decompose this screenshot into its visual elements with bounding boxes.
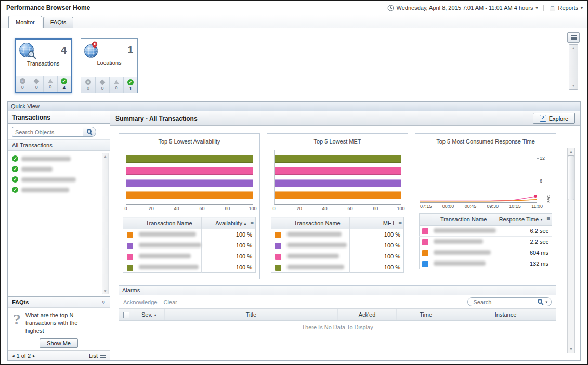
transaction-list-item[interactable]: ✓ xyxy=(11,164,100,174)
status-fatal[interactable]: × 0 xyxy=(16,76,30,92)
sort-desc-icon[interactable]: ▼ xyxy=(540,218,543,221)
bar[interactable] xyxy=(275,191,401,199)
column-transaction-name[interactable]: Transaction Name xyxy=(137,217,202,229)
explore-button[interactable]: ↗ Explore xyxy=(533,113,575,124)
column-title[interactable]: Title xyxy=(165,309,338,321)
tab-monitor[interactable]: Monitor xyxy=(8,16,42,28)
transaction-list-item[interactable]: ✓ xyxy=(11,185,100,195)
bar[interactable] xyxy=(275,155,401,163)
search-icon[interactable] xyxy=(538,299,543,305)
metric-value: 100 % xyxy=(236,264,252,270)
critical-status-icon xyxy=(34,78,40,84)
column-instance[interactable]: Instance xyxy=(455,309,556,321)
metric-value: 100 % xyxy=(384,231,400,238)
column-menu-icon[interactable]: ≡ xyxy=(547,215,550,221)
select-all-checkbox[interactable] xyxy=(123,312,129,318)
summary-scrollbar[interactable]: ▲ ▼ xyxy=(567,148,575,353)
redacted-transaction-name xyxy=(434,228,496,233)
column-severity[interactable]: Sev.▲ xyxy=(134,309,165,321)
reports-button[interactable]: Reports ▾ xyxy=(550,5,583,11)
status-critical[interactable]: 0 xyxy=(95,77,109,93)
redacted-transaction-name xyxy=(434,261,486,266)
status-warning[interactable]: 0 xyxy=(109,77,123,93)
column-time[interactable]: Time xyxy=(397,309,455,321)
column-menu-icon[interactable]: ≡ xyxy=(251,219,254,225)
column-met[interactable]: MET ≡ xyxy=(350,217,404,229)
bar[interactable] xyxy=(126,179,253,187)
table-row[interactable]: 100 % xyxy=(123,240,256,251)
redacted-transaction-name xyxy=(287,265,344,269)
column-acked[interactable]: Ack'ed xyxy=(338,309,397,321)
search-button[interactable] xyxy=(83,127,96,137)
tile-list-view-button[interactable] xyxy=(567,32,580,43)
table-row[interactable]: 100 % xyxy=(271,229,404,240)
alarms-search-input[interactable] xyxy=(472,298,535,306)
bar[interactable] xyxy=(126,155,253,163)
reports-caret-icon[interactable]: ▾ xyxy=(581,6,583,10)
bar[interactable] xyxy=(126,191,253,199)
status-critical[interactable]: 0 xyxy=(30,76,44,92)
scroll-down-button[interactable]: ▼ xyxy=(569,347,573,351)
table-row[interactable]: 132 ms xyxy=(420,258,552,269)
y-axis: 12 6 xyxy=(537,150,546,203)
table-row[interactable]: 100 % xyxy=(271,240,404,251)
status-normal[interactable]: ✓ 4 xyxy=(57,76,71,92)
table-row[interactable]: 2.2 sec xyxy=(420,237,552,247)
search-input[interactable] xyxy=(12,127,83,137)
acknowledge-button[interactable]: Acknowledge xyxy=(123,299,157,305)
normal-count: 4 xyxy=(63,85,66,90)
tiles-scroll-up-button[interactable]: ▲ xyxy=(572,46,576,50)
alarms-search[interactable]: ▾ xyxy=(467,297,552,306)
status-normal[interactable]: ✓ 1 xyxy=(123,77,137,93)
response-time-plot[interactable] xyxy=(420,150,537,203)
list-icon xyxy=(100,354,106,358)
search-caret-icon[interactable]: ▾ xyxy=(545,300,547,304)
prev-page-button[interactable]: ◂ xyxy=(12,353,15,358)
table-row[interactable]: 100 % xyxy=(271,262,404,273)
transaction-list-item[interactable]: ✓ xyxy=(11,153,100,164)
column-menu-icon[interactable]: ≡ xyxy=(399,219,402,225)
bar[interactable] xyxy=(275,179,401,187)
column-transaction-name[interactable]: Transaction Name xyxy=(432,214,496,226)
column-transaction-name[interactable]: Transaction Name xyxy=(285,217,350,229)
table-row[interactable]: 100 % xyxy=(271,251,404,262)
next-page-button[interactable]: ▸ xyxy=(33,353,35,358)
show-me-button[interactable]: Show Me xyxy=(40,338,78,348)
tab-faqts[interactable]: FAQts xyxy=(43,17,74,28)
status-fatal[interactable]: × 0 xyxy=(81,77,95,93)
status-warning[interactable]: 0 xyxy=(43,76,57,92)
column-availability[interactable]: Availability▲ ≡ xyxy=(202,217,256,229)
table-row[interactable]: 604 ms xyxy=(420,247,552,258)
bar[interactable] xyxy=(126,167,253,175)
clear-button[interactable]: Clear xyxy=(163,299,177,305)
scroll-up-button[interactable]: ▲ xyxy=(103,154,107,158)
table-row[interactable]: 100 % xyxy=(123,251,256,262)
collapse-icon[interactable]: » xyxy=(101,301,107,304)
tile-locations[interactable]: 1 Locations × 0 0 0 ✓ 1 xyxy=(81,38,138,93)
sort-asc-icon[interactable]: ▲ xyxy=(153,313,157,317)
time-range-control[interactable]: Wednesday, April 8, 2015 7:01 AM - 11:01… xyxy=(387,5,538,11)
column-response-time[interactable]: Response Time▼ ≡ xyxy=(496,214,552,226)
bar[interactable] xyxy=(275,167,401,175)
scroll-down-button[interactable]: ▼ xyxy=(103,289,107,293)
tile-scrollbar[interactable]: ▲ ▼ xyxy=(569,44,578,90)
transaction-list-item[interactable]: ✓ xyxy=(11,174,100,185)
tile-transactions[interactable]: 4 Transactions × 0 0 0 ✓ 4 xyxy=(15,38,72,93)
metric-value: 2.2 sec xyxy=(530,239,548,245)
faqts-list-toggle[interactable]: List xyxy=(89,353,106,359)
select-all-header[interactable] xyxy=(119,309,134,321)
metric-value: 132 ms xyxy=(530,260,548,267)
time-range-caret-icon[interactable]: ▾ xyxy=(535,6,538,10)
response-time-table: Transaction Name Response Time▼ ≡ xyxy=(419,213,552,269)
redacted-transaction-name xyxy=(434,239,483,244)
sort-asc-icon[interactable]: ▲ xyxy=(243,221,247,225)
table-row[interactable]: 6.2 sec xyxy=(420,226,552,237)
table-row[interactable]: 100 % xyxy=(123,262,256,273)
redacted-transaction-name xyxy=(287,232,342,237)
table-row[interactable]: 100 % xyxy=(123,229,256,240)
faqts-section-header[interactable]: FAQts » xyxy=(8,296,110,308)
scroll-up-button[interactable]: ▲ xyxy=(569,149,573,154)
scroll-thumb[interactable] xyxy=(568,155,574,200)
transaction-list-scrollbar[interactable]: ▲ ▼ xyxy=(102,153,109,294)
tiles-scroll-down-button[interactable]: ▼ xyxy=(572,84,576,88)
